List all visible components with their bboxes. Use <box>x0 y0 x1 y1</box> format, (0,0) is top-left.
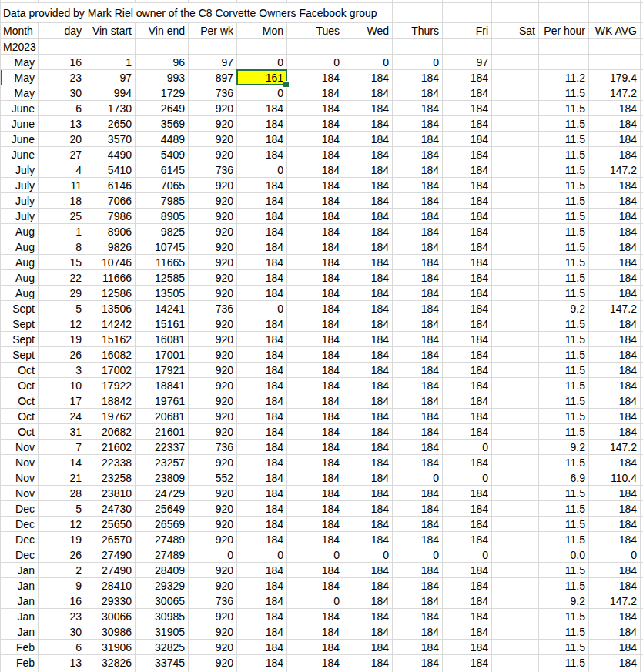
cell-month[interactable]: July <box>0 193 39 209</box>
cell-per-wk[interactable]: 920 <box>189 209 237 224</box>
cell-per-wk[interactable]: 552 <box>189 470 237 486</box>
cell-tues[interactable]: 184 <box>287 270 343 286</box>
cell-thurs[interactable]: 184 <box>393 101 443 116</box>
cell-wk-avg[interactable]: 184 <box>589 224 641 239</box>
cell-wed[interactable]: 184 <box>343 316 393 332</box>
cell-day[interactable]: 26 <box>39 347 85 363</box>
cell-mon[interactable]: 184 <box>237 393 287 409</box>
cell-vin-start[interactable]: 20682 <box>85 424 136 440</box>
cell-month[interactable]: Nov <box>0 470 39 486</box>
cell-per-wk[interactable]: 920 <box>189 286 237 301</box>
cell-vin-start[interactable]: 12586 <box>85 286 136 301</box>
cell-per-wk[interactable]: 920 <box>189 655 237 670</box>
cell-per-wk[interactable]: 920 <box>189 347 237 363</box>
cell-per-hour[interactable]: 11.5 <box>539 532 589 547</box>
cell-per-hour[interactable]: 11.2 <box>539 70 589 85</box>
cell-tues[interactable]: 184 <box>287 162 343 178</box>
cell-per-wk[interactable]: 920 <box>189 393 237 409</box>
cell-thurs[interactable]: 184 <box>393 132 443 147</box>
cell-thurs[interactable]: 184 <box>393 116 443 132</box>
cell-per-hour[interactable]: 11.5 <box>539 209 589 224</box>
column-header-fri[interactable]: Fri <box>443 23 492 39</box>
cell-vin-start[interactable]: 17922 <box>85 378 136 393</box>
cell-vin-end[interactable]: 20681 <box>136 409 189 424</box>
cell-tues[interactable]: 184 <box>287 578 343 593</box>
cell-vin-start[interactable]: 16082 <box>85 347 136 363</box>
cell-per-wk[interactable]: 920 <box>189 578 237 593</box>
cell-fri[interactable]: 97 <box>443 55 492 70</box>
cell-vin-start[interactable]: 27490 <box>85 563 136 578</box>
cell-vin-end[interactable]: 13505 <box>136 286 189 301</box>
cell-per-wk[interactable]: 920 <box>189 116 237 132</box>
cell-month[interactable]: June <box>0 147 39 162</box>
cell-vin-start[interactable]: 23258 <box>85 470 136 486</box>
cell-vin-end[interactable]: 2649 <box>136 101 189 116</box>
cell-thurs[interactable]: 184 <box>393 347 443 363</box>
cell-fri[interactable]: 184 <box>443 301 492 316</box>
cell-day[interactable]: 2 <box>39 563 85 578</box>
cell-per-wk[interactable]: 920 <box>189 424 237 440</box>
cell-thurs[interactable]: 184 <box>393 655 443 670</box>
cell-day[interactable]: 23 <box>39 609 85 624</box>
cell-month[interactable]: Jan <box>0 593 39 609</box>
cell-fri[interactable]: 184 <box>443 178 492 193</box>
cell-vin-start[interactable]: 7986 <box>85 209 136 224</box>
cell-vin-start[interactable]: 29330 <box>85 593 136 609</box>
cell-vin-end[interactable]: 33745 <box>136 655 189 670</box>
cell-wed[interactable]: 184 <box>343 409 393 424</box>
cell-wk-avg[interactable] <box>589 55 641 70</box>
cell-tues[interactable]: 184 <box>287 563 343 578</box>
cell-wed[interactable]: 184 <box>343 178 393 193</box>
cell-day[interactable]: 13 <box>39 655 85 670</box>
cell-thurs[interactable] <box>393 3 443 23</box>
cell-month[interactable]: Aug <box>0 286 39 301</box>
cell-mon[interactable]: 184 <box>237 455 287 470</box>
cell-per-hour[interactable]: 9.2 <box>539 301 589 316</box>
cell-mon[interactable]: 184 <box>237 178 287 193</box>
cell-vin-start[interactable] <box>85 39 136 55</box>
cell-vin-start[interactable]: 30986 <box>85 624 136 640</box>
cell-thurs[interactable]: 184 <box>393 593 443 609</box>
cell-mon[interactable]: 184 <box>237 609 287 624</box>
column-header-vin-start[interactable]: Vin start <box>85 23 136 39</box>
cell-mon[interactable]: 184 <box>237 378 287 393</box>
cell-wk-avg[interactable]: 147.2 <box>589 440 641 455</box>
cell-tues[interactable]: 184 <box>287 101 343 116</box>
cell-wed[interactable]: 184 <box>343 578 393 593</box>
cell-tues[interactable]: 184 <box>287 486 343 501</box>
cell-vin-end[interactable]: 23809 <box>136 470 189 486</box>
cell-wk-avg[interactable] <box>589 3 641 23</box>
cell-wk-avg[interactable]: 184 <box>589 178 641 193</box>
cell-wed[interactable]: 184 <box>343 85 393 101</box>
cell-vin-end[interactable]: 96 <box>136 55 189 70</box>
cell-wk-avg[interactable]: 184 <box>589 363 641 378</box>
cell-wed[interactable]: 184 <box>343 424 393 440</box>
cell-vin-end[interactable]: 12585 <box>136 270 189 286</box>
cell-vin-end[interactable]: 3569 <box>136 116 189 132</box>
cell-wed[interactable]: 184 <box>343 455 393 470</box>
cell-per-hour[interactable]: 11.5 <box>539 640 589 655</box>
cell-month[interactable]: Sept <box>0 332 39 347</box>
cell-month[interactable]: May <box>0 85 39 101</box>
cell-tues[interactable]: 0 <box>287 593 343 609</box>
cell-fri[interactable]: 184 <box>443 239 492 255</box>
cell-vin-end[interactable]: 993 <box>136 70 189 85</box>
cell-tues[interactable]: 184 <box>287 132 343 147</box>
cell-fri[interactable]: 184 <box>443 286 492 301</box>
cell-day[interactable]: 23 <box>39 70 85 85</box>
cell-wk-avg[interactable]: 184 <box>589 239 641 255</box>
cell-per-wk[interactable]: 920 <box>189 378 237 393</box>
cell-month[interactable]: Jan <box>0 609 39 624</box>
cell-month[interactable]: Aug <box>0 270 39 286</box>
cell-thurs[interactable]: 184 <box>393 70 443 85</box>
cell-wed[interactable]: 184 <box>343 624 393 640</box>
cell-thurs[interactable]: 0 <box>393 547 443 563</box>
column-header-tues[interactable]: Tues <box>287 23 343 39</box>
cell-mon[interactable]: 184 <box>237 132 287 147</box>
cell-vin-start[interactable]: 14242 <box>85 316 136 332</box>
cell-thurs[interactable]: 184 <box>393 255 443 270</box>
cell-per-hour[interactable]: 11.5 <box>539 655 589 670</box>
cell-per-hour[interactable]: 11.5 <box>539 162 589 178</box>
cell-vin-start[interactable]: 7066 <box>85 193 136 209</box>
column-header-per-hour[interactable]: Per hour <box>539 23 589 39</box>
